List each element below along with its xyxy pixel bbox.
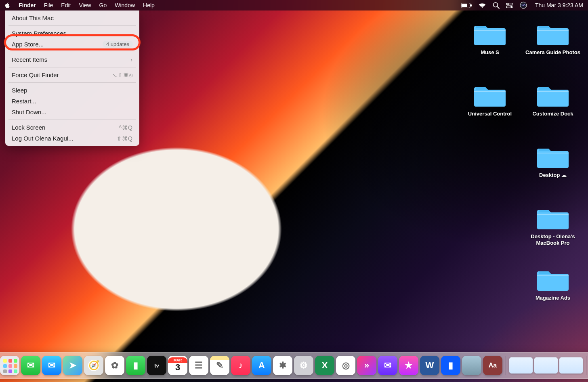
menu-separator [8, 82, 136, 83]
dock-app-notes[interactable]: ✎ [210, 356, 229, 375]
menu-file[interactable]: File [40, 0, 57, 10]
menu-about-this-mac[interactable]: About This Mac [5, 13, 139, 23]
folder-icon [474, 21, 506, 46]
folder-label: Desktop - Olena's MacBook Pro [525, 233, 581, 246]
menu-item-label: Sleep [12, 87, 27, 94]
svg-rect-18 [8, 364, 12, 368]
menu-help[interactable]: Help [139, 0, 159, 10]
dock-app-facetime[interactable]: ▮ [126, 356, 145, 375]
dock-region: ✉✉➤🧭✿▮tvMAR3☰✎♪A✱⚙X◎»✉★W▮Aa [0, 347, 588, 382]
menu-shut-down[interactable]: Shut Down... [5, 107, 139, 118]
dock-app-reminders[interactable]: ☰ [189, 356, 208, 375]
folder-icon [537, 267, 569, 292]
menu-separator [8, 67, 136, 67]
menu-edit[interactable]: Edit [57, 0, 75, 10]
menu-force-quit[interactable]: Force Quit Finder ⌥⇧⌘⎋ [5, 69, 139, 80]
shortcut-label: ⌥⇧⌘⎋ [111, 72, 133, 78]
menu-item-label: Restart... [12, 98, 36, 105]
menu-go[interactable]: Go [95, 0, 111, 10]
menu-log-out[interactable]: Log Out Olena Kagui... ⇧⌘Q [5, 133, 139, 144]
menu-separator [8, 120, 136, 120]
chevron-right-icon: › [130, 57, 133, 63]
svg-point-6 [507, 3, 508, 4]
dock-app-mail[interactable]: ✉ [42, 356, 61, 375]
desktop-folder[interactable]: Customize Dock [523, 78, 583, 139]
apple-menu-dropdown: About This Mac System Preferences... App… [5, 10, 139, 146]
wifi-icon[interactable] [478, 2, 486, 8]
menu-window[interactable]: Window [111, 0, 139, 10]
folder-label: Desktop [539, 172, 567, 178]
menubar-app-name[interactable]: Finder [15, 0, 40, 10]
control-center-icon[interactable] [506, 3, 513, 8]
dock-app-tv[interactable]: tv [147, 356, 166, 375]
svg-rect-2 [470, 4, 471, 6]
folder-icon [537, 205, 569, 230]
menu-item-label: App Store... [12, 41, 44, 48]
menu-sleep[interactable]: Sleep [5, 85, 139, 96]
svg-rect-20 [3, 369, 7, 373]
dock-app-calendar[interactable]: MAR3 [168, 356, 187, 375]
svg-rect-21 [8, 369, 12, 373]
menu-restart[interactable]: Restart... [5, 96, 139, 107]
siri-icon[interactable] [520, 2, 527, 9]
svg-rect-1 [462, 4, 467, 7]
svg-point-3 [493, 2, 498, 7]
svg-line-4 [497, 6, 499, 8]
menu-separator [8, 25, 136, 26]
svg-rect-22 [14, 369, 17, 373]
dock-app-appstore[interactable]: A [252, 356, 271, 375]
menu-system-preferences[interactable]: System Preferences... [5, 28, 139, 39]
svg-rect-19 [14, 364, 17, 368]
folder-icon [537, 21, 569, 46]
menu-lock-screen[interactable]: Lock Screen ^⌘Q [5, 122, 139, 133]
menu-view[interactable]: View [75, 0, 95, 10]
dock-app-music[interactable]: ♪ [231, 356, 250, 375]
shortcut-label: ^⌘Q [119, 124, 133, 131]
dock-app-launchpad[interactable] [0, 356, 19, 375]
apple-menu-icon[interactable] [0, 0, 15, 10]
battery-icon[interactable] [461, 3, 472, 8]
folder-icon [537, 82, 569, 107]
desktop-folder[interactable]: Desktop [523, 140, 583, 200]
dock-minimized-window[interactable] [559, 357, 583, 374]
menu-item-label: Lock Screen [12, 124, 45, 131]
dock-app-word[interactable]: W [420, 356, 439, 375]
menu-item-label: Log Out Olena Kagui... [12, 135, 74, 142]
dock-app-preview[interactable] [462, 356, 481, 375]
folder-label: Magazine Ads [536, 295, 570, 301]
dock-app-messages[interactable]: ✉ [21, 356, 40, 375]
desktop-folder[interactable]: Muse S [460, 17, 520, 78]
desktop-icons-grid: Muse SCamera Guide PhotosUniversal Contr… [460, 17, 583, 323]
dock-app-settings[interactable]: ⚙ [294, 356, 313, 375]
dock-app-zoom[interactable]: ▮ [441, 356, 460, 375]
dock-app-chrome[interactable]: ◎ [336, 356, 355, 375]
spotlight-icon[interactable] [493, 2, 500, 9]
svg-rect-15 [8, 359, 12, 363]
dock-app-slack[interactable]: ✱ [273, 356, 292, 375]
menu-item-label: Shut Down... [12, 109, 46, 115]
dock-app-feedback[interactable]: ✉ [378, 356, 397, 375]
dock-separator [586, 356, 586, 375]
folder-label: Customize Dock [532, 111, 573, 117]
desktop-folder[interactable]: Desktop - Olena's MacBook Pro [523, 201, 583, 262]
dock-minimized-window[interactable] [509, 357, 533, 374]
dock-app-maps[interactable]: ➤ [63, 356, 82, 375]
menubar-clock[interactable]: Thu Mar 3 9:23 AM [533, 2, 583, 8]
desktop-folder[interactable]: Camera Guide Photos [523, 17, 583, 78]
dock-minimized-window[interactable] [534, 357, 558, 374]
menu-app-store[interactable]: App Store... 4 updates [5, 39, 139, 50]
svg-rect-17 [3, 364, 7, 368]
desktop-folder[interactable]: Universal Control [460, 78, 520, 139]
dock-app-photos[interactable]: ✿ [105, 356, 124, 375]
folder-icon [474, 82, 506, 107]
dock-app-safari[interactable]: 🧭 [84, 356, 103, 375]
menu-recent-items[interactable]: Recent Items › [5, 54, 139, 65]
folder-label: Camera Guide Photos [525, 49, 580, 56]
dock-app-shortcut[interactable]: » [357, 356, 376, 375]
dock-app-excel[interactable]: X [315, 356, 334, 375]
dock-app-dictionary[interactable]: Aa [483, 356, 502, 375]
desktop-folder[interactable]: Magazine Ads [523, 262, 583, 323]
svg-point-8 [510, 6, 512, 7]
menubar: Finder File Edit View Go Window Help Thu… [0, 0, 588, 10]
dock-app-star[interactable]: ★ [399, 356, 418, 375]
